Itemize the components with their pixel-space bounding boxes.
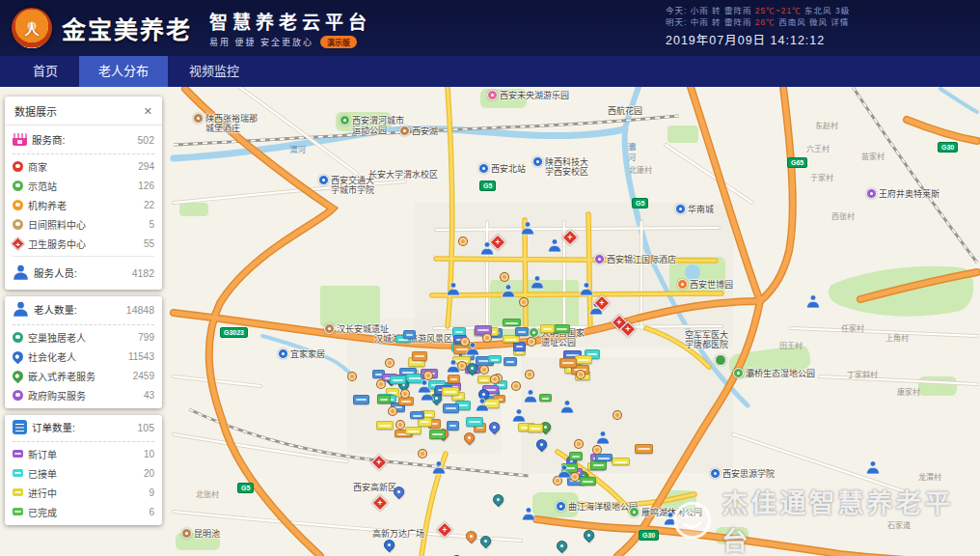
close-icon[interactable]: ✕	[144, 106, 152, 117]
platform-block: 智慧养老云平台 易用 便捷 安全更放心 演示版	[209, 8, 371, 48]
panel-row: 订单数量:105	[5, 415, 162, 439]
service-tag-marker[interactable]	[612, 458, 630, 465]
care-center-marker[interactable]	[612, 410, 622, 420]
service-tag-marker[interactable]	[403, 330, 416, 339]
care-center-marker[interactable]	[395, 420, 405, 430]
service-tag-marker[interactable]	[410, 411, 424, 419]
pin-icon	[11, 368, 26, 383]
service-person-marker[interactable]	[476, 398, 489, 416]
stat-label: 机构养老	[28, 198, 67, 212]
service-person-marker[interactable]	[512, 408, 526, 427]
panel-card: 老人数量:14848空巢独居老人799社会化老人11543嵌入式养老服务2459…	[5, 296, 162, 408]
service-tag-marker[interactable]	[376, 421, 394, 430]
service-person-marker[interactable]	[531, 275, 544, 293]
stat-value: 799	[138, 332, 154, 343]
service-person-marker[interactable]	[664, 512, 677, 530]
tag-icon	[13, 469, 23, 477]
service-tag-marker[interactable]	[569, 452, 583, 460]
service-tag-marker[interactable]	[442, 387, 459, 396]
stat-label: 卫生服务中心	[28, 236, 86, 251]
care-center-marker[interactable]	[385, 358, 395, 368]
nav-tabs: 首页老人分布视频监控	[0, 56, 980, 87]
service-tag-marker[interactable]	[503, 335, 520, 343]
care-center-marker[interactable]	[519, 297, 529, 307]
care-center-marker[interactable]	[458, 236, 468, 246]
service-person-marker[interactable]	[502, 284, 515, 302]
service-person-marker[interactable]	[447, 359, 460, 377]
care-center-marker[interactable]	[347, 372, 357, 381]
stat-value: 4182	[132, 267, 154, 279]
service-tag-marker[interactable]	[540, 324, 555, 333]
care-center-marker[interactable]	[400, 389, 410, 399]
service-person-marker[interactable]	[418, 379, 431, 398]
service-person-marker[interactable]	[596, 431, 610, 449]
stat-value: 5	[149, 219, 154, 230]
service-tag-marker[interactable]	[559, 358, 577, 368]
service-tag-marker[interactable]	[539, 394, 552, 402]
service-tag-marker[interactable]	[503, 319, 521, 326]
service-tag-marker[interactable]	[515, 327, 529, 336]
panel-card: 数据展示✕服务商:502商家294示范站126机构养老22日间照料中心5卫生服务…	[5, 97, 162, 290]
service-tag-marker[interactable]	[590, 460, 607, 470]
service-person-marker[interactable]	[524, 389, 537, 407]
service-person-marker[interactable]	[447, 282, 460, 300]
service-person-marker[interactable]	[466, 342, 479, 360]
service-tag-marker[interactable]	[405, 427, 422, 434]
person-icon	[13, 264, 29, 281]
service-tag-marker[interactable]	[390, 375, 406, 384]
panel-row: 嵌入式养老服务2459	[5, 366, 162, 385]
service-tag-marker[interactable]	[595, 454, 612, 461]
datetime: 2019年07月09日 14:12:12	[666, 30, 850, 48]
panel-row: 商家294	[5, 156, 162, 176]
stat-label: 商家	[28, 159, 47, 174]
map[interactable]: 西安未央湖游乐园陕西张裕瑞那 城堡酒庄西安渭河城市 运动公园西安湖长安大学渭水校…	[0, 87, 980, 556]
park-poi-marker[interactable]	[715, 354, 726, 366]
tab-home[interactable]: 首页	[14, 56, 77, 87]
care-center-marker[interactable]	[576, 370, 585, 379]
service-person-marker[interactable]	[560, 400, 574, 418]
service-person-marker[interactable]	[548, 238, 561, 257]
service-person-marker[interactable]	[580, 282, 593, 300]
tag-icon	[13, 450, 23, 458]
service-tag-marker[interactable]	[513, 342, 526, 351]
service-tag-marker[interactable]	[575, 355, 592, 364]
service-tag-marker[interactable]	[580, 477, 596, 486]
stat-label: 社会化老人	[28, 349, 76, 364]
service-tag-marker[interactable]	[466, 417, 483, 427]
care-center-marker[interactable]	[574, 439, 584, 449]
service-tag-marker[interactable]	[447, 421, 459, 431]
tab-elder-distribution[interactable]: 老人分布	[79, 56, 168, 87]
service-tag-marker[interactable]	[412, 351, 427, 361]
pin-icon	[11, 348, 26, 364]
weather-line-today: 今天: 小雨 转 雷阵雨 25℃~21℃ 东北风 3级	[666, 5, 850, 16]
service-tag-marker[interactable]	[528, 424, 543, 432]
service-person-marker[interactable]	[432, 460, 446, 479]
service-person-marker[interactable]	[866, 460, 880, 479]
service-person-marker[interactable]	[558, 464, 571, 483]
service-tag-marker[interactable]	[488, 355, 502, 363]
service-person-marker[interactable]	[522, 507, 535, 525]
service-person-marker[interactable]	[806, 294, 820, 313]
service-tag-marker[interactable]	[635, 444, 653, 454]
service-person-marker[interactable]	[521, 221, 534, 239]
service-tag-marker[interactable]	[504, 357, 517, 366]
service-tag-marker[interactable]	[429, 430, 446, 439]
care-center-marker[interactable]	[418, 449, 427, 459]
tab-video-monitor[interactable]: 视频监控	[170, 56, 259, 87]
service-tag-marker[interactable]	[554, 324, 570, 333]
service-tag-marker[interactable]	[353, 395, 369, 404]
service-tag-marker[interactable]	[443, 403, 459, 413]
stat-value: 502	[137, 134, 154, 146]
care-center-marker[interactable]	[490, 375, 500, 384]
service-tag-marker[interactable]	[377, 395, 391, 403]
stat-label: 政府购买服务	[28, 388, 86, 403]
stat-value: 11543	[128, 351, 154, 362]
panel-row: 空巢独居老人799	[5, 327, 162, 347]
stat-value: 55	[144, 238, 154, 249]
separator	[13, 324, 154, 325]
care-center-marker[interactable]	[479, 365, 489, 375]
panel-row: 新订单10	[5, 444, 162, 463]
care-center-marker[interactable]	[500, 272, 509, 282]
care-center-marker[interactable]	[482, 333, 492, 343]
header: 金宝美养老 智慧养老云平台 易用 便捷 安全更放心 演示版 今天: 小雨 转 雷…	[0, 0, 980, 56]
